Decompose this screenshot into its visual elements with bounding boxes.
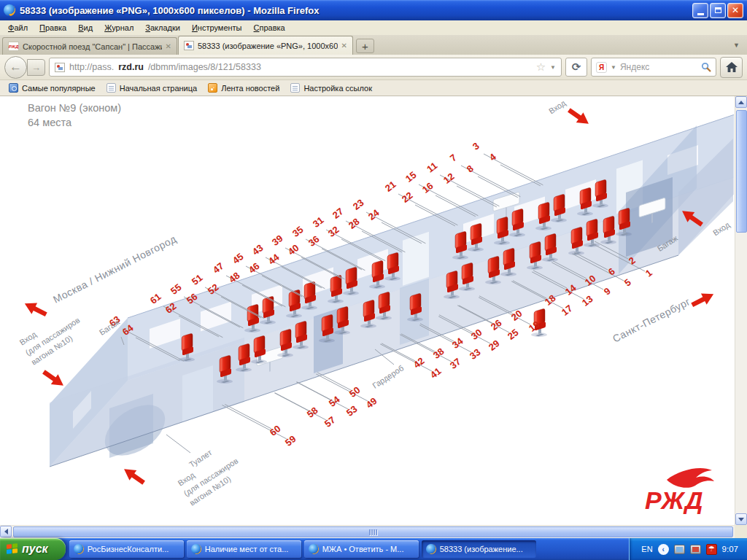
seat-number-24: 24 xyxy=(366,207,382,222)
seat-number-47: 47 xyxy=(211,260,226,276)
seat-number-7: 7 xyxy=(448,152,459,163)
seat-number-35: 35 xyxy=(290,224,306,239)
url-dropdown-icon[interactable]: ▼ xyxy=(550,64,556,71)
seat-number-16: 16 xyxy=(420,180,436,195)
start-button[interactable]: пуск xyxy=(0,538,66,560)
taskbar-item-label: МЖА • Ответить - М... xyxy=(322,545,404,553)
seat-number-53: 53 xyxy=(344,403,360,419)
tab-close-icon[interactable]: ✕ xyxy=(166,42,171,50)
menu-item-4[interactable]: Закладки xyxy=(139,22,186,34)
bookmark-item-0[interactable]: Самые популярные xyxy=(4,82,100,94)
tab-1[interactable]: 58333 (изображение «PNG», 1000x600 ...✕ xyxy=(178,36,353,55)
new-tab-button[interactable]: + xyxy=(356,39,374,53)
seat-number-27: 27 xyxy=(330,206,346,221)
car-seat-count: 64 места xyxy=(28,115,121,130)
refresh-button[interactable]: ⟳ xyxy=(565,58,587,77)
home-button[interactable] xyxy=(720,57,743,78)
seat-number-54: 54 xyxy=(327,394,342,409)
back-button[interactable]: ← xyxy=(4,56,27,79)
language-indicator[interactable]: EN xyxy=(641,545,652,553)
horizontal-scroll-thumb[interactable] xyxy=(13,526,733,537)
seat-number-61: 61 xyxy=(148,291,163,306)
restore-button[interactable] xyxy=(710,3,726,18)
diagram-label-7: Гардероб xyxy=(371,363,405,389)
menu-item-1[interactable]: Правка xyxy=(34,22,72,34)
menu-bar: ФайлПравкаВидЖурналЗакладкиИнструментыСп… xyxy=(0,20,747,35)
search-engine-dropdown-icon[interactable]: ▼ xyxy=(611,64,616,71)
vertical-scrollbar[interactable] xyxy=(735,96,747,525)
seat-number-30: 30 xyxy=(469,327,484,342)
vertical-scroll-thumb[interactable] xyxy=(736,110,747,233)
tab-close-icon[interactable]: ✕ xyxy=(341,42,347,50)
search-input[interactable]: Яндекс xyxy=(620,62,697,72)
tray-chevron-icon[interactable]: ‹ xyxy=(658,544,669,555)
page-icon xyxy=(290,83,300,93)
antivirus-icon[interactable]: ☂ xyxy=(706,544,717,555)
seat-leader-line xyxy=(225,405,271,429)
seat-leader-line xyxy=(297,382,330,400)
seat-number-15: 15 xyxy=(403,169,419,184)
seat-leader-line xyxy=(316,374,368,401)
seat-number-17: 17 xyxy=(560,303,575,318)
train-car-seat-map: 1234567891011121314151617181920212223242… xyxy=(0,96,734,525)
bookmark-star-icon[interactable]: ☆ xyxy=(536,61,546,74)
scrollbar-corner xyxy=(735,525,747,538)
clock: 9:07 xyxy=(722,545,738,553)
search-magnifier-icon[interactable] xyxy=(701,62,711,72)
car-title: Вагон №9 (эконом) xyxy=(28,101,121,115)
bookmark-item-1[interactable]: Начальная страница xyxy=(102,82,201,94)
taskbar-item-label: РосБизнесКонсалти... xyxy=(88,545,169,553)
seat-number-33: 33 xyxy=(468,346,483,362)
bookmark-item-2[interactable]: Лента новостей xyxy=(204,82,284,94)
menu-item-3[interactable]: Журнал xyxy=(98,22,139,34)
bookmark-label: Настройка ссылок xyxy=(303,84,372,93)
menu-item-0[interactable]: Файл xyxy=(2,22,34,34)
menu-item-5[interactable]: Инструменты xyxy=(186,22,248,34)
windows-logo-icon xyxy=(7,543,18,555)
scroll-up-button[interactable] xyxy=(735,96,747,108)
taskbar-item-3[interactable]: 58333 (изображение... xyxy=(422,540,536,558)
scroll-left-button[interactable] xyxy=(0,526,12,537)
system-tray: EN ‹ ☂ 9:07 xyxy=(629,538,747,560)
window-title: 58333 (изображение «PNG», 1000x600 пиксе… xyxy=(20,5,692,16)
yandex-engine-icon[interactable]: Я xyxy=(596,62,607,73)
bookmark-label: Начальная страница xyxy=(120,84,197,93)
tab-list-dropdown-icon[interactable]: ▼ xyxy=(733,42,740,49)
firefox-icon xyxy=(191,544,201,554)
page-favicon-image-icon xyxy=(55,63,65,72)
network-icon[interactable] xyxy=(674,545,685,554)
window-titlebar[interactable]: 58333 (изображение «PNG», 1000x600 пиксе… xyxy=(0,0,747,20)
search-box[interactable]: Я ▼ Яндекс xyxy=(591,58,716,77)
seat-number-55: 55 xyxy=(169,281,184,297)
network-alert-icon[interactable] xyxy=(690,545,701,554)
direction-arrow-icon xyxy=(689,289,716,311)
taskbar-item-1[interactable]: Наличие мест от ста... xyxy=(187,540,301,558)
seat-number-22: 22 xyxy=(400,190,415,205)
close-button[interactable]: ✕ xyxy=(727,3,743,18)
rzd-logo: РЖД xyxy=(645,468,714,514)
seat-number-26: 26 xyxy=(489,317,504,332)
tab-0[interactable]: РЖДСкоростной поезд "Сапсан" | Пассажи..… xyxy=(2,37,177,55)
diagram-label-0: Москва / Нижний Новгород xyxy=(51,233,178,305)
url-bar[interactable]: http://pass.rzd.ru/dbmm/images/8/121/583… xyxy=(49,58,562,77)
taskbar-item-0[interactable]: РосБизнесКонсалти... xyxy=(69,540,184,558)
direction-arrow-icon xyxy=(40,367,67,391)
seat-number-9: 9 xyxy=(602,285,613,297)
scroll-down-button[interactable] xyxy=(735,513,747,525)
seat-number-13: 13 xyxy=(580,293,595,308)
seat-number-1: 1 xyxy=(643,267,654,279)
firefox-icon xyxy=(309,544,319,554)
menu-item-6[interactable]: Справка xyxy=(248,22,291,34)
horizontal-scrollbar[interactable] xyxy=(0,525,735,538)
direction-arrow-icon xyxy=(120,464,147,488)
forward-button[interactable]: → xyxy=(27,59,45,76)
taskbar-item-2[interactable]: МЖА • Ответить - М... xyxy=(304,540,419,558)
seat-leader-line xyxy=(500,165,541,186)
svg-text:РЖД: РЖД xyxy=(645,486,703,514)
seat-number-51: 51 xyxy=(190,272,205,287)
menu-item-2[interactable]: Вид xyxy=(72,22,98,34)
bookmark-item-3[interactable]: Настройка ссылок xyxy=(286,82,376,94)
taskbar-items: РосБизнесКонсалти...Наличие мест от ста.… xyxy=(66,538,630,560)
minimize-button[interactable] xyxy=(692,3,708,18)
seat-number-42: 42 xyxy=(411,355,427,370)
